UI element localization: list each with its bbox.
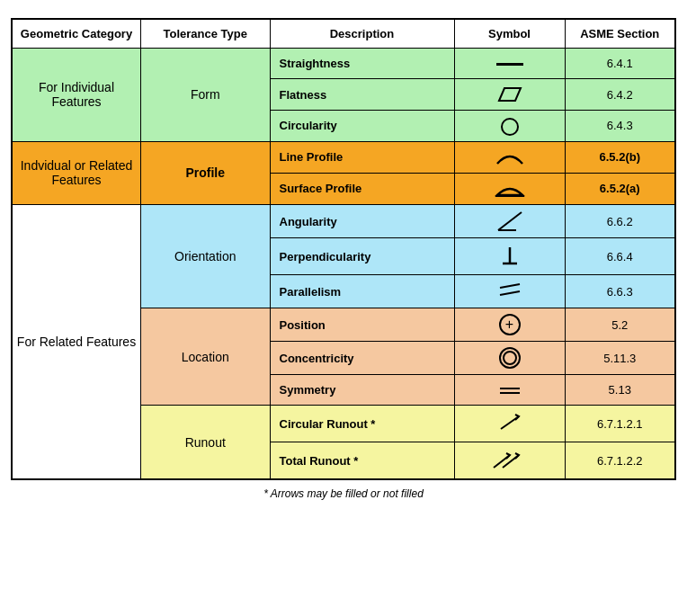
footnote: * Arrows may be filled or not filled [11, 487, 676, 500]
symbol-angularity [454, 205, 565, 238]
asme-perpendicularity: 6.6.4 [565, 238, 675, 275]
asme-angularity: 6.6.2 [565, 205, 675, 238]
symbol-total-runout [454, 442, 565, 480]
table-row: For Individual Features Form Straightnes… [12, 49, 675, 79]
symbol-perpendicularity [454, 238, 565, 275]
desc-flatness: Flatness [270, 79, 454, 111]
concentricity-icon [499, 347, 521, 369]
tolerance-profile: Profile [141, 141, 271, 205]
category-individual: For Individual Features [12, 49, 141, 142]
tolerance-location: Location [141, 308, 271, 406]
line-profile-icon [494, 147, 526, 167]
angularity-icon [496, 210, 523, 232]
desc-concentricity: Concentricity [270, 342, 454, 375]
asme-surface-profile: 6.5.2(a) [565, 173, 675, 204]
category-related: For Related Features [12, 205, 141, 480]
desc-parallelism: Parallelism [270, 275, 454, 308]
desc-line-profile: Line Profile [270, 141, 454, 173]
asme-position: 5.2 [565, 308, 675, 342]
parallelism-icon [496, 281, 523, 302]
symbol-line-profile [454, 141, 565, 173]
desc-circular-runout: Circular Runout * [270, 406, 454, 442]
desc-position: Position [270, 308, 454, 342]
header-asme: ASME Section [565, 19, 675, 49]
header-symbol: Symbol [454, 19, 565, 49]
symbol-circular-runout [454, 406, 565, 442]
gd-t-table: Geometric Category Tolerance Type Descri… [11, 18, 676, 480]
desc-straightness: Straightness [270, 49, 454, 79]
tolerance-runout: Runout [141, 406, 271, 480]
header-row: Geometric Category Tolerance Type Descri… [12, 19, 675, 49]
svg-line-2 [498, 212, 522, 230]
tolerance-form: Form [141, 49, 271, 142]
asme-circularity: 6.4.3 [565, 111, 675, 141]
table-row: For Related Features Orientation Angular… [12, 205, 675, 238]
desc-angularity: Angularity [270, 205, 454, 238]
asme-total-runout: 6.7.1.2.2 [565, 442, 675, 480]
main-table-container: Geometric Category Tolerance Type Descri… [11, 18, 676, 500]
svg-line-6 [500, 284, 520, 288]
flatness-icon [494, 85, 526, 104]
symbol-parallelism [454, 275, 565, 308]
asme-symmetry: 5.13 [565, 375, 675, 406]
svg-marker-0 [499, 88, 521, 101]
surface-profile-icon [494, 179, 526, 199]
position-icon [499, 314, 521, 335]
symbol-circularity [454, 111, 565, 141]
asme-circular-runout: 6.7.1.2.1 [565, 406, 675, 442]
desc-symmetry: Symmetry [270, 375, 454, 406]
asme-parallelism: 6.6.3 [565, 275, 675, 308]
symbol-flatness [454, 79, 565, 111]
symbol-position [454, 308, 565, 342]
symmetry-icon [500, 388, 520, 394]
desc-total-runout: Total Runout * [270, 442, 454, 480]
perpendicularity-icon [499, 244, 521, 269]
straightness-icon [496, 63, 523, 66]
svg-line-7 [500, 291, 520, 295]
circularity-icon [501, 118, 519, 136]
tolerance-orientation: Orientation [141, 205, 271, 308]
asme-flatness: 6.4.2 [565, 79, 675, 111]
circular-runout-icon [494, 411, 526, 436]
desc-surface-profile: Surface Profile [270, 173, 454, 204]
header-tolerance: Tolerance Type [141, 19, 271, 49]
asme-straightness: 6.4.1 [565, 49, 675, 79]
total-runout-icon [490, 448, 530, 473]
asme-concentricity: 5.11.3 [565, 342, 675, 375]
category-indvidual-related: Indvidual or Related Features [12, 141, 141, 205]
table-row: Indvidual or Related Features Profile Li… [12, 141, 675, 173]
asme-line-profile: 6.5.2(b) [565, 141, 675, 173]
symbol-surface-profile [454, 173, 565, 204]
symbol-straightness [454, 49, 565, 79]
header-description: Description [270, 19, 454, 49]
header-category: Geometric Category [12, 19, 141, 49]
desc-circularity: Circularity [270, 111, 454, 141]
desc-perpendicularity: Perpendicularity [270, 238, 454, 275]
symbol-concentricity [454, 342, 565, 375]
symbol-symmetry [454, 375, 565, 406]
